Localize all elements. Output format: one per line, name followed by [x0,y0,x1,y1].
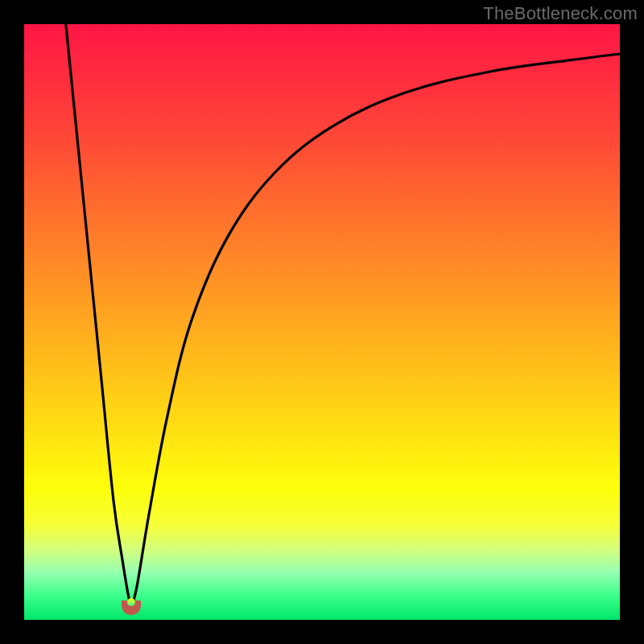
curve-svg [24,24,620,620]
watermark-text: TheBottleneck.com [483,3,638,24]
curve-left [66,24,131,608]
curve-right [131,54,620,608]
plot-area [24,24,620,620]
chart-frame: TheBottleneck.com [0,0,644,644]
